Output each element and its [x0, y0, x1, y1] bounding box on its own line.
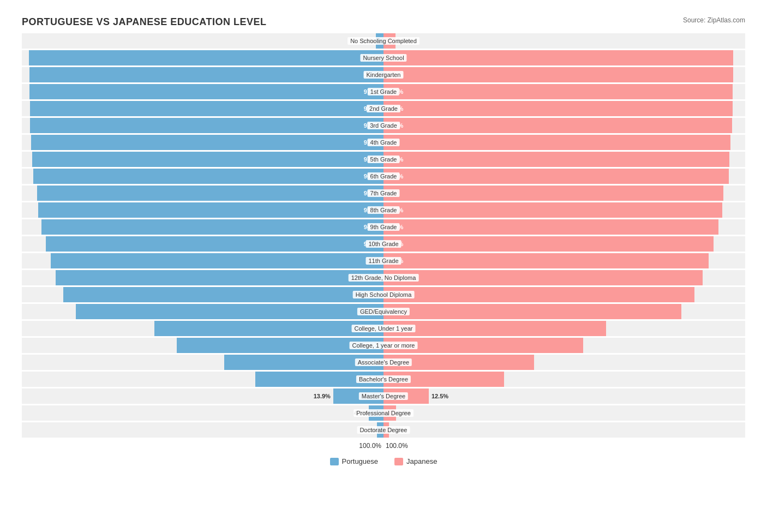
bar-left — [29, 84, 384, 99]
chart-row: 95.8%94%7th Grade — [22, 186, 745, 201]
axis-row: 100.0% 100.0% — [22, 442, 745, 450]
bar-left — [31, 135, 384, 150]
bar-center-label: 9th Grade — [368, 223, 400, 231]
bar-center-label: 11th Grade — [365, 257, 401, 265]
chart-row: 1.8%1.5%Doctorate Degree — [22, 422, 745, 438]
bar-center-label: High School Diploma — [353, 291, 415, 298]
chart-area: 2.1%3.3%No Schooling Completed98%96.7%Nu… — [22, 33, 745, 438]
bar-center-label: College, 1 year or more — [350, 342, 418, 349]
bar-center-label: Master's Degree — [359, 392, 408, 400]
chart-row: 93.3%91.2%10th Grade — [22, 236, 745, 252]
bar-right — [384, 152, 729, 167]
bar-left — [41, 219, 384, 235]
bar-right — [384, 202, 722, 218]
chart-row: 4.1%3.5%Professional Degree — [22, 405, 745, 421]
chart-row: 85%82.4%GED/Equivalency — [22, 304, 745, 319]
bar-left — [37, 186, 384, 201]
bar-center-label: GED/Equivalency — [357, 308, 410, 315]
bar-center-label: 7th Grade — [368, 189, 400, 197]
bar-right — [384, 67, 733, 82]
axis-left-label: 100.0% — [22, 442, 384, 450]
bar-left — [29, 67, 384, 82]
bar-left — [56, 270, 384, 285]
chart-row: 97.7%96.4%3rd Grade — [22, 118, 745, 133]
chart-row: 63.4%61.5%College, Under 1 year — [22, 321, 745, 336]
chart-row: 13.9%12.5%Master's Degree — [22, 388, 745, 404]
bar-right — [384, 135, 730, 150]
chart-row: 97.9%96.6%1st Grade — [22, 84, 745, 99]
chart-row: 96.8%95.4%6th Grade — [22, 169, 745, 184]
legend-japanese-label: Japanese — [406, 457, 437, 465]
bar-center-label: 3rd Grade — [367, 122, 400, 129]
bar-right — [384, 304, 681, 319]
chart-row: 94.5%92.6%9th Grade — [22, 219, 745, 235]
bar-right — [384, 186, 723, 201]
legend-portuguese-label: Portuguese — [342, 457, 379, 465]
bar-center-label: Nursery School — [360, 54, 406, 62]
legend: Portuguese Japanese — [22, 457, 745, 465]
bar-center-label: 10th Grade — [365, 240, 401, 248]
bar-center-label: 5th Grade — [368, 156, 400, 163]
bar-right-value: 12.5% — [430, 393, 448, 399]
bar-center-label: 1st Grade — [368, 88, 399, 95]
chart-row: 97.1%95.7%5th Grade — [22, 152, 745, 167]
bar-left — [38, 202, 384, 218]
bar-center-label: Professional Degree — [353, 409, 414, 417]
bar-right — [384, 50, 733, 65]
legend-japanese: Japanese — [394, 457, 437, 465]
chart-row: 97.8%96.5%2nd Grade — [22, 101, 745, 116]
chart-row: 90.6%88.3%12th Grade, No Diploma — [22, 270, 745, 285]
chart-row: 2.1%3.3%No Schooling Completed — [22, 33, 745, 49]
chart-row: 97.9%96.7%Kindergarten — [22, 67, 745, 82]
axis-right-label: 100.0% — [384, 442, 745, 450]
chart-row: 35.5%33.3%Bachelor's Degree — [22, 372, 745, 387]
bar-center-label: 4th Grade — [368, 139, 400, 146]
bar-center-label: Associate's Degree — [355, 358, 412, 366]
chart-container: PORTUGUESE VS JAPANESE EDUCATION LEVEL S… — [11, 11, 756, 482]
japanese-color-swatch — [394, 458, 403, 465]
bar-right — [384, 321, 606, 336]
bar-right — [384, 287, 694, 302]
chart-row: 57.2%55.2%College, 1 year or more — [22, 338, 745, 353]
chart-row: 98%96.7%Nursery School — [22, 50, 745, 65]
bar-center-label: College, Under 1 year — [351, 325, 415, 332]
bar-center-label: 6th Grade — [368, 172, 400, 180]
bar-left — [154, 321, 384, 336]
bar-center-label: Doctorate Degree — [357, 426, 410, 434]
source-label: Source: ZipAtlas.com — [683, 16, 745, 24]
bar-left — [30, 101, 384, 116]
bar-left — [32, 152, 384, 167]
bar-left — [63, 287, 384, 302]
bar-center-label: No Schooling Completed — [347, 37, 420, 45]
chart-row: 44.1%41.7%Associate's Degree — [22, 355, 745, 370]
bar-left — [51, 253, 384, 268]
bar-right — [384, 101, 733, 116]
bar-center-label: Bachelor's Degree — [356, 375, 411, 383]
bar-right — [384, 253, 709, 268]
bar-right — [384, 169, 729, 184]
bar-right — [384, 236, 714, 252]
bar-left — [30, 118, 384, 133]
bar-right — [384, 270, 703, 285]
bar-center-label: Kindergarten — [364, 71, 404, 79]
bar-center-label: 2nd Grade — [367, 105, 400, 112]
bar-center-label: 12th Grade, No Diploma — [349, 274, 419, 282]
portuguese-color-swatch — [330, 458, 339, 465]
bar-right — [384, 219, 718, 235]
bar-left — [33, 169, 384, 184]
chart-row: 88.5%85.9%High School Diploma — [22, 287, 745, 302]
bar-left — [46, 236, 384, 252]
bar-left-value: 13.9% — [314, 393, 332, 399]
chart-title: PORTUGUESE VS JAPANESE EDUCATION LEVEL — [22, 16, 745, 28]
bar-right — [384, 118, 732, 133]
bar-right — [384, 84, 733, 99]
legend-portuguese: Portuguese — [330, 457, 379, 465]
chart-row: 97.4%96%4th Grade — [22, 135, 745, 150]
bar-left — [29, 50, 384, 65]
bar-center-label: 8th Grade — [368, 206, 400, 214]
chart-row: 95.5%93.6%8th Grade — [22, 202, 745, 218]
chart-row: 92%89.9%11th Grade — [22, 253, 745, 268]
bar-left — [76, 304, 384, 319]
